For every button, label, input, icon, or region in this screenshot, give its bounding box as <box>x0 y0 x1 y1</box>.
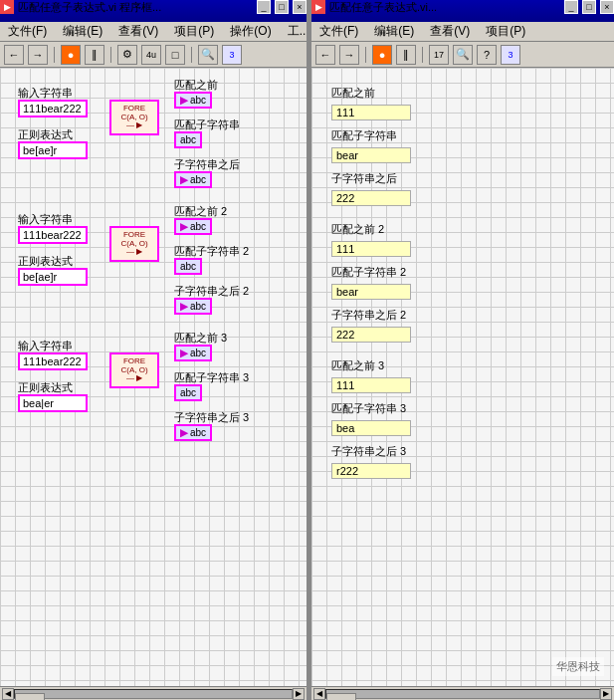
right-scroll-left[interactable]: ◀ <box>313 688 325 700</box>
left-menu-operate[interactable]: 操作(O) <box>226 23 275 40</box>
left-window-buttons[interactable]: _ □ × <box>255 0 307 22</box>
left-tb-search[interactable]: 🔍 <box>198 45 218 65</box>
right-g2-before-value[interactable]: 111 <box>331 241 411 257</box>
right-tb-search[interactable]: 🔍 <box>453 45 473 65</box>
right-tb-back[interactable]: ← <box>315 45 335 65</box>
left-tb-sep2 <box>110 47 111 63</box>
left-scroll-left[interactable]: ◀ <box>2 688 14 700</box>
g3-match-label: 匹配子字符串 3 <box>174 370 249 385</box>
right-g1-after-label: 子字符串之后 <box>331 171 411 186</box>
right-scroll-right[interactable]: ▶ <box>600 688 612 700</box>
left-tb-pause[interactable]: ‖ <box>85 45 104 65</box>
g3-before-output: ▶abc <box>174 345 212 361</box>
right-window: ▶ 匹配任意子表达式.vi... _ □ × 文件(F) 编辑(E) 查看(V)… <box>311 0 614 700</box>
right-menu-file[interactable]: 文件(F) <box>315 23 362 40</box>
watermark: 华恩科技 <box>552 657 604 676</box>
g3-regex-label: 正则表达式 <box>18 380 73 395</box>
right-content[interactable]: 匹配之前 111 匹配子字符串 bear 子字符串之后 222 匹配之前 2 1… <box>311 68 614 686</box>
right-title-bar: ▶ 匹配任意子表达式.vi... _ □ × <box>311 0 614 22</box>
left-tb-forward[interactable]: → <box>28 45 48 65</box>
left-tb-4u[interactable]: 4u <box>141 45 161 65</box>
left-tb-run[interactable]: ● <box>61 45 81 65</box>
left-window-title: 匹配任意子表达式.vi 程序框... <box>18 0 255 22</box>
left-tb-extra[interactable]: 3 <box>222 45 242 65</box>
right-maximize-button[interactable]: □ <box>582 0 596 14</box>
left-tb-gear[interactable]: ⚙ <box>117 45 137 65</box>
right-tb-run[interactable]: ● <box>372 45 392 65</box>
left-menubar: 文件(F) 编辑(E) 查看(V) 项目(P) 操作(O) 工... <box>0 22 307 42</box>
right-g2-match-value[interactable]: bear <box>331 284 411 300</box>
right-menu-view[interactable]: 查看(V) <box>426 23 474 40</box>
g2-input-value[interactable]: 111bear222 <box>18 226 88 244</box>
left-window: ▶ 匹配任意子表达式.vi 程序框... _ □ × 文件(F) 编辑(E) 查… <box>0 0 308 700</box>
left-title-bar: ▶ 匹配任意子表达式.vi 程序框... _ □ × <box>0 0 307 22</box>
left-app-icon: ▶ <box>0 0 14 14</box>
left-tb-sep3 <box>191 47 192 63</box>
g2-match-label: 匹配子字符串 2 <box>174 244 249 259</box>
right-g2-after-value[interactable]: 222 <box>331 327 411 343</box>
right-tb-zoom[interactable]: 17 <box>429 45 449 65</box>
left-tb-back[interactable]: ← <box>4 45 24 65</box>
right-tb-sep2 <box>422 47 423 63</box>
right-tb-sep1 <box>365 47 366 63</box>
left-tb-box[interactable]: □ <box>165 45 185 65</box>
right-g3-after-label: 子字符串之后 3 <box>331 444 411 459</box>
g1-input-value[interactable]: 111bear222 <box>18 100 88 117</box>
right-scroll-thumb[interactable] <box>326 693 356 701</box>
right-tb-forward[interactable]: → <box>339 45 359 65</box>
right-g3-match-value[interactable]: bea <box>331 420 411 436</box>
right-g2-before-label: 匹配之前 2 <box>331 222 411 237</box>
right-window-buttons[interactable]: _ □ × <box>562 0 614 22</box>
right-g1-before-value[interactable]: 111 <box>331 105 411 120</box>
g2-regex-label: 正则表达式 <box>18 254 73 269</box>
right-scroll-track[interactable] <box>325 689 600 699</box>
right-g3-after-value[interactable]: r222 <box>331 463 411 479</box>
g3-input-value[interactable]: 111bear222 <box>18 352 88 370</box>
right-tb-help[interactable]: ? <box>477 45 497 65</box>
left-menu-view[interactable]: 查看(V) <box>114 23 162 40</box>
left-close-button[interactable]: × <box>293 0 307 14</box>
g2-after-label: 子字符串之后 2 <box>174 284 249 299</box>
g3-input-label: 输入字符串 <box>18 339 73 353</box>
left-menu-project[interactable]: 项目(P) <box>170 23 218 40</box>
g3-after-output: ▶abc <box>174 424 212 441</box>
g1-before-output: ▶abc <box>174 92 212 109</box>
right-g3-before-label: 匹配之前 3 <box>331 358 411 373</box>
left-menu-edit[interactable]: 编辑(E) <box>59 23 106 40</box>
right-menu-edit[interactable]: 编辑(E) <box>370 23 418 40</box>
g2-node: FOREC(A, O)— ▶ <box>109 226 159 262</box>
left-scroll-track[interactable] <box>14 689 293 699</box>
g2-after-output: ▶abc <box>174 298 212 315</box>
right-g3-match-label: 匹配子字符串 3 <box>331 401 411 416</box>
g1-regex-label: 正则表达式 <box>18 127 73 142</box>
left-diagram: 输入字符串 111bear222 正则表达式 be[ae]r FOREC(A, … <box>0 68 307 686</box>
right-g2-match-label: 匹配子字符串 2 <box>331 265 411 280</box>
left-menu-more[interactable]: 工... <box>284 23 308 40</box>
g1-match-output: abc <box>174 131 202 148</box>
right-g1-match-value[interactable]: bear <box>331 147 411 163</box>
right-menu-project[interactable]: 项目(P) <box>482 23 529 40</box>
right-g1-after-value[interactable]: 222 <box>331 190 411 206</box>
g1-regex-value[interactable]: be[ae]r <box>18 141 88 159</box>
g2-before-output: ▶abc <box>174 218 212 235</box>
left-minimize-button[interactable]: _ <box>257 0 271 14</box>
right-app-icon: ▶ <box>311 0 325 14</box>
g3-regex-value[interactable]: bea|er <box>18 394 88 412</box>
g2-regex-value[interactable]: be[ae]r <box>18 268 88 286</box>
right-minimize-button[interactable]: _ <box>564 0 578 14</box>
g2-input-label: 输入字符串 <box>18 212 73 227</box>
right-tb-extra[interactable]: 3 <box>501 45 520 65</box>
right-scrollbar[interactable]: ◀ ▶ <box>311 686 614 700</box>
left-scrollbar[interactable]: ◀ ▶ <box>0 686 307 700</box>
g1-match-label: 匹配子字符串 <box>174 117 240 132</box>
left-content[interactable]: 输入字符串 111bear222 正则表达式 be[ae]r FOREC(A, … <box>0 68 307 686</box>
left-menu-file[interactable]: 文件(F) <box>4 23 51 40</box>
g3-before-label: 匹配之前 3 <box>174 331 227 346</box>
left-scroll-right[interactable]: ▶ <box>293 688 305 700</box>
right-tb-pause[interactable]: ‖ <box>396 45 416 65</box>
right-g3-before-value[interactable]: 111 <box>331 377 411 393</box>
g1-after-output: ▶abc <box>174 171 212 188</box>
left-maximize-button[interactable]: □ <box>275 0 289 14</box>
left-scroll-thumb[interactable] <box>15 693 45 701</box>
right-close-button[interactable]: × <box>600 0 614 14</box>
